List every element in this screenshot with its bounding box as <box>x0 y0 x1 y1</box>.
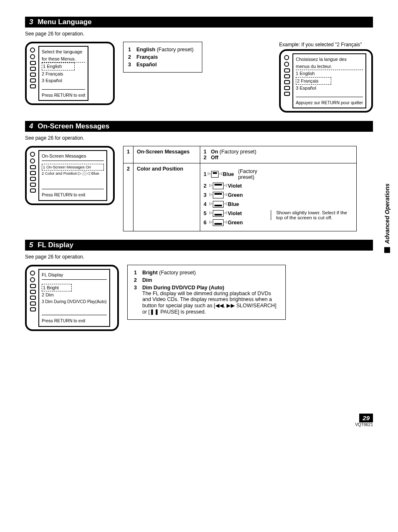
side-tab: Advanced Operations <box>384 183 390 253</box>
osd-screen-fl: FL Display 1 Bright 2 Dim 3 Dim During D… <box>25 265 119 331</box>
note-text: See page 26 for operation. <box>25 31 373 37</box>
menu-icons <box>29 269 37 326</box>
note-text: See page 26 for operation. <box>25 135 373 141</box>
section-header-fl-display: 5 FL Display <box>25 240 373 251</box>
page-footer: 29 VQT8621 <box>25 414 373 427</box>
fl-options: 1Bright (Factory preset) 2Dim 3Dim Durin… <box>127 265 286 320</box>
section-header-menu-language: 3 Menu Language <box>25 17 373 28</box>
example-label: Example: If you selected "2 Français" <box>279 42 373 48</box>
language-options: 1English (Factory preset) 2Français 3Esp… <box>123 42 202 73</box>
doc-code: VQT8621 <box>25 422 373 427</box>
menu-icons <box>29 46 37 101</box>
page-number: 29 <box>359 414 373 422</box>
bracket-note: Shown slightly lower. Select if the top … <box>271 210 353 220</box>
menu-icons <box>283 53 291 108</box>
on-screen-table: 1 On-Screen Messages 1 On (Factory prese… <box>123 146 357 231</box>
osd-screen-messages: On-Screen Messages 1 On-Screen Messages … <box>25 146 115 205</box>
osd-screen-english: Select the language for these Menus. 1 E… <box>25 42 115 105</box>
section-header-on-screen: 4 On-Screen Messages <box>25 121 373 132</box>
note-text: See page 26 for operation. <box>25 254 373 260</box>
menu-icons <box>29 150 37 201</box>
osd-screen-french: Choisissez la langue des menus du lecteu… <box>279 49 373 113</box>
